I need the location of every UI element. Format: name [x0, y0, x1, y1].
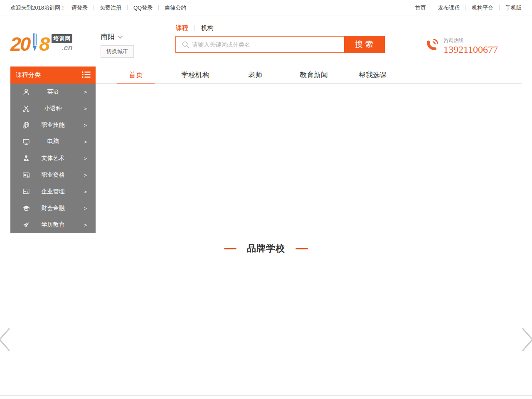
divider: [94, 5, 94, 10]
logo-suffix: .cn: [62, 44, 72, 52]
search-box: 搜 索: [175, 36, 385, 53]
sidebar-item-label: 英语: [47, 88, 59, 96]
person-icon: [22, 88, 30, 96]
chevron-right-icon: >: [84, 106, 87, 112]
chevron-right-icon: >: [84, 139, 87, 145]
sidebar-item-label: 企业管理: [42, 188, 65, 195]
category-sidebar: 英语 > 小语种 >: [10, 84, 96, 233]
scissors-icon: [22, 105, 30, 112]
topbar-left: 欢迎来到2018培训网！ 请登录 免费注册 QQ登录 自律公约: [10, 0, 186, 15]
tab-courses[interactable]: 课程: [176, 24, 188, 32]
sidebar-item-professional-qualification[interactable]: 职业资格 >: [10, 167, 96, 183]
certificate-icon: [22, 171, 30, 179]
artist-icon: [22, 155, 30, 162]
chevron-right-icon: >: [84, 189, 87, 195]
sidebar-item-minor-languages[interactable]: 小语种 >: [10, 100, 96, 117]
topbar: 欢迎来到2018培训网！ 请登录 免费注册 QQ登录 自律公约 首页 发布课程 …: [0, 0, 532, 15]
page: 欢迎来到2018培训网！ 请登录 免费注册 QQ登录 自律公约 首页 发布课程 …: [0, 0, 532, 399]
sidebar-item-culture-sports-arts[interactable]: 文体艺术 >: [10, 150, 96, 167]
sidebar-item-vocational-skills[interactable]: 职业技能 >: [10, 117, 96, 133]
nav-item-help-choose[interactable]: 帮我选课: [359, 66, 387, 84]
divider: [466, 5, 466, 10]
presentation-icon: [22, 188, 30, 195]
logo-digit-8: 8: [39, 35, 49, 53]
mobile-version-link[interactable]: 手机版: [505, 4, 522, 12]
nav-item-news[interactable]: 教育新闻: [300, 66, 328, 84]
chevron-right-icon: >: [84, 155, 87, 162]
divider: [158, 5, 159, 10]
search-tabs: 课程 机构: [176, 24, 214, 32]
list-icon: [82, 71, 91, 79]
sidebar-item-label: 职业资格: [42, 171, 65, 179]
sidebar-item-finance-accounting[interactable]: 财会金融 >: [10, 200, 96, 217]
search-button[interactable]: 搜 索: [344, 37, 384, 52]
chevron-right-icon: >: [84, 172, 87, 178]
publish-course-link[interactable]: 发布课程: [438, 4, 460, 12]
chevron-right-icon: [520, 347, 532, 354]
carousel-next-button[interactable]: [520, 327, 532, 354]
sidebar-item-academic-education[interactable]: 学历教育 >: [10, 217, 96, 233]
chevron-right-icon: >: [84, 205, 87, 212]
sidebar-item-computer[interactable]: 电脑 >: [10, 133, 96, 150]
chevron-down-icon: [118, 33, 123, 41]
nav-item-teachers[interactable]: 老师: [248, 66, 262, 84]
bottom-divider: [0, 395, 532, 396]
nav-item-home[interactable]: 首页: [129, 66, 143, 84]
sidebar-item-english[interactable]: 英语 >: [10, 84, 96, 100]
logo-digits-20: 20: [10, 33, 30, 55]
search-input[interactable]: [176, 37, 344, 52]
switch-city-button[interactable]: 切换城市: [101, 45, 134, 58]
self-discipline-link[interactable]: 自律公约: [165, 4, 186, 12]
logo-side: 培训网 .cn: [52, 34, 72, 53]
phone-icon: [425, 37, 440, 55]
globe-icon: [22, 121, 30, 129]
qq-login-link[interactable]: QQ登录: [133, 4, 153, 12]
divider: [499, 5, 500, 10]
divider: [432, 5, 432, 10]
city-name: 南阳: [101, 32, 115, 42]
divider: [195, 25, 195, 31]
paper-plane-icon: [22, 221, 30, 229]
nav-active-underline: [117, 83, 155, 84]
pencil-icon: [32, 33, 38, 54]
chevron-right-icon: >: [84, 222, 87, 228]
course-category-header[interactable]: 课程分类: [10, 66, 96, 84]
graduation-cap-icon: [22, 204, 30, 212]
hotline-label: 咨询热线: [443, 37, 498, 44]
hotline-phone-number: 13921100677: [443, 44, 498, 55]
sidebar-item-label: 文体艺术: [42, 155, 65, 162]
sidebar-item-label: 小语种: [44, 105, 62, 112]
city-selector[interactable]: 南阳: [101, 32, 123, 42]
monitor-icon: [22, 138, 30, 145]
divider: [127, 5, 128, 10]
chevron-left-icon: [0, 347, 12, 354]
sidebar-item-label: 电脑: [47, 138, 59, 145]
sidebar-item-label: 财会金融: [42, 204, 65, 212]
nav-item-schools[interactable]: 学校机构: [181, 66, 209, 84]
hotline: 咨询热线 13921100677: [425, 37, 498, 55]
hotline-texts: 咨询热线 13921100677: [443, 37, 498, 55]
org-platform-link[interactable]: 机构平台: [472, 4, 493, 12]
logo-badge: 培训网: [52, 34, 72, 43]
brand-schools-section-header: 品牌学校: [0, 242, 532, 255]
course-category-label: 课程分类: [16, 71, 41, 79]
sidebar-item-enterprise-management[interactable]: 企业管理 >: [10, 183, 96, 200]
title-dash-left: [224, 248, 236, 249]
title-dash-right: [296, 248, 308, 249]
sidebar-item-label: 学历教育: [42, 221, 65, 229]
home-link[interactable]: 首页: [415, 4, 426, 12]
section-title: 品牌学校: [247, 242, 285, 255]
welcome-text: 欢迎来到2018培训网！: [10, 4, 66, 12]
chevron-right-icon: >: [84, 89, 87, 95]
sidebar-item-label: 职业技能: [42, 121, 65, 129]
register-link[interactable]: 免费注册: [100, 4, 121, 12]
site-logo[interactable]: 20 8 培训网 .cn: [10, 33, 72, 53]
logo-digit-2: 20: [10, 35, 30, 53]
chevron-right-icon: >: [84, 122, 87, 128]
carousel-prev-button[interactable]: [0, 327, 12, 354]
login-link[interactable]: 请登录: [71, 4, 88, 12]
search-icon: [182, 41, 190, 50]
tab-organizations[interactable]: 机构: [201, 24, 214, 32]
topbar-right: 首页 发布课程 机构平台 手机版: [415, 0, 522, 15]
